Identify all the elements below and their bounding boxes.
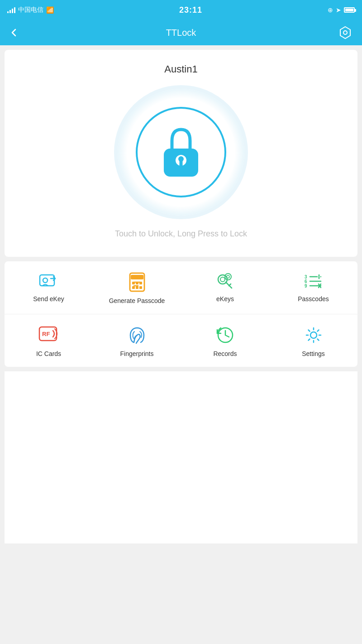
generate-passcode-label: Generate Passcode xyxy=(109,297,165,305)
lock-name: Austin1 xyxy=(164,63,197,75)
status-time: 23:11 xyxy=(179,5,202,15)
settings-button[interactable]: Settings xyxy=(269,314,357,367)
send-ekey-label: Send eKey xyxy=(33,295,64,303)
ic-cards-icon: RF xyxy=(38,325,60,345)
status-bar: 中国电信 📶 23:11 ⊕ ➤ xyxy=(0,0,362,20)
ic-cards-label: IC Cards xyxy=(36,350,61,358)
svg-point-33 xyxy=(310,332,317,338)
bottom-space xyxy=(5,371,357,543)
send-ekey-button[interactable]: Send eKey xyxy=(5,261,93,314)
back-button[interactable] xyxy=(9,28,19,38)
header-title: TTLock xyxy=(166,28,196,38)
lock-icon-container xyxy=(136,107,226,197)
wifi-icon: 📶 xyxy=(46,6,54,14)
fingerprints-button[interactable]: Fingerprints xyxy=(93,314,181,367)
svg-point-3 xyxy=(178,156,184,162)
send-ekey-icon xyxy=(39,272,59,290)
passcodes-button[interactable]: 3 6 9 Passcodes xyxy=(269,261,357,314)
fingerprints-label: Fingerprints xyxy=(120,350,154,358)
svg-rect-13 xyxy=(136,282,138,284)
records-icon xyxy=(215,325,235,345)
svg-text:RF: RF xyxy=(42,331,50,337)
svg-point-5 xyxy=(43,278,48,283)
passcodes-label: Passcodes xyxy=(298,295,329,303)
fingerprints-icon xyxy=(127,325,147,345)
ekeys-icon xyxy=(215,272,235,290)
svg-rect-16 xyxy=(136,286,138,289)
status-right: ⊕ ➤ xyxy=(328,6,355,14)
unlock-hint: Touch to Unlock, Long Press to Lock xyxy=(115,229,247,239)
svg-point-21 xyxy=(227,275,229,278)
status-left: 中国电信 📶 xyxy=(7,6,54,14)
passcodes-icon: 3 6 9 xyxy=(304,272,324,290)
svg-point-19 xyxy=(220,277,225,282)
ekeys-label: eKeys xyxy=(216,295,234,303)
settings-label: Settings xyxy=(302,350,325,358)
lock-icon xyxy=(158,125,204,179)
lock-panel: Austin1 Touch to Unlock, Long Press to L… xyxy=(5,50,357,257)
action-grid: Send eKey Generate Passcode xyxy=(5,261,357,367)
settings-icon xyxy=(304,325,324,345)
svg-rect-11 xyxy=(131,275,143,279)
carrier-label: 中国电信 xyxy=(18,6,43,14)
svg-text:9: 9 xyxy=(305,284,307,288)
records-label: Records xyxy=(213,350,237,358)
svg-point-0 xyxy=(343,31,347,34)
svg-rect-17 xyxy=(139,286,142,289)
ekeys-button[interactable]: eKeys xyxy=(181,261,269,314)
generate-passcode-button[interactable]: Generate Passcode xyxy=(93,261,181,314)
lock-button[interactable] xyxy=(118,89,244,216)
nav-icon: ➤ xyxy=(336,6,341,14)
svg-rect-12 xyxy=(132,282,135,284)
ic-cards-button[interactable]: RF IC Cards xyxy=(5,314,93,367)
header: TTLock xyxy=(0,20,362,45)
location-icon: ⊕ xyxy=(328,6,333,14)
settings-hex-button[interactable] xyxy=(338,25,353,40)
svg-rect-15 xyxy=(132,286,135,289)
signal-bars xyxy=(7,7,15,13)
generate-passcode-icon xyxy=(128,272,146,292)
records-button[interactable]: Records xyxy=(181,314,269,367)
svg-rect-14 xyxy=(139,282,142,284)
battery-icon xyxy=(344,7,355,13)
